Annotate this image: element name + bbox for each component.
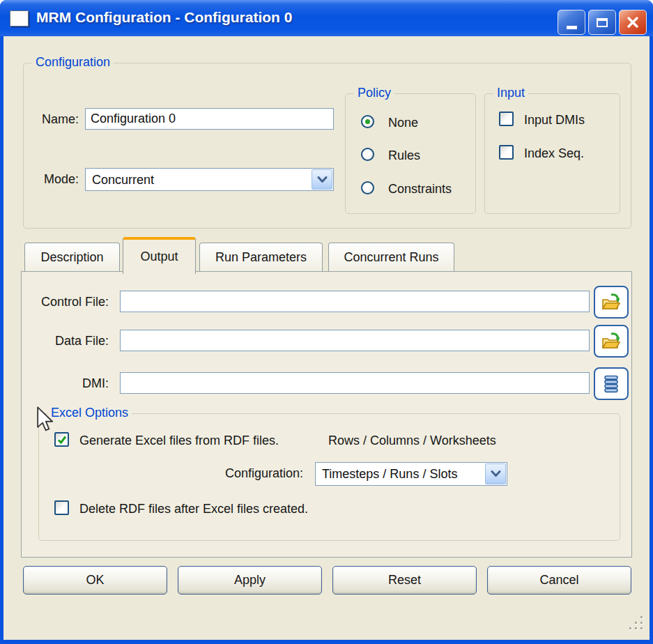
mode-select[interactable]: Concurrent — [85, 168, 334, 191]
policy-radio-rules-label[interactable]: Rules — [388, 148, 420, 163]
title-bar[interactable]: MRM Configuration - Configuration 0 — [0, 0, 653, 36]
name-input[interactable] — [85, 108, 334, 130]
cancel-button[interactable]: Cancel — [487, 566, 631, 595]
open-folder-icon — [601, 293, 622, 312]
dmi-input[interactable] — [120, 372, 590, 394]
dmi-browse-button[interactable] — [594, 367, 629, 400]
policy-group-label: Policy — [354, 86, 394, 100]
delete-rdf-label[interactable]: Delete RDF files after Excel files creat… — [79, 502, 308, 516]
mode-label: Mode: — [31, 172, 79, 187]
excel-options-label: Excel Options — [47, 406, 132, 420]
tab-concurrent-runs[interactable]: Concurrent Runs — [328, 243, 454, 272]
apply-button[interactable]: Apply — [178, 566, 322, 595]
tab-run-parameters-label: Run Parameters — [215, 250, 307, 265]
tab-output[interactable]: Output — [123, 237, 196, 274]
ok-button[interactable]: OK — [23, 566, 167, 595]
tab-description[interactable]: Description — [24, 243, 120, 272]
policy-radio-constraints-label[interactable]: Constraints — [388, 182, 452, 197]
delete-rdf-checkbox[interactable] — [54, 500, 69, 515]
minimize-icon — [567, 26, 577, 29]
tab-run-parameters[interactable]: Run Parameters — [199, 243, 323, 272]
chevron-down-icon — [317, 176, 328, 183]
database-icon — [603, 375, 620, 393]
reset-button[interactable]: Reset — [332, 566, 477, 595]
index-seq-label[interactable]: Index Seq. — [524, 146, 584, 161]
maximize-icon — [597, 18, 608, 27]
policy-radio-none[interactable] — [361, 115, 374, 128]
tab-description-label: Description — [40, 250, 103, 265]
excel-configuration-selected-value: Timesteps / Runs / Slots — [322, 467, 457, 482]
cursor-icon — [36, 406, 54, 433]
name-label: Name: — [31, 112, 79, 127]
window-icon — [10, 10, 29, 26]
policy-radio-constraints[interactable] — [361, 181, 374, 194]
excel-configuration-select[interactable]: Timesteps / Runs / Slots — [315, 462, 507, 486]
control-file-browse-button[interactable] — [594, 286, 629, 319]
resize-grip[interactable] — [629, 616, 643, 630]
control-file-input[interactable] — [120, 291, 590, 312]
control-file-label: Control File: — [26, 295, 109, 309]
policy-radio-rules[interactable] — [361, 148, 374, 161]
chevron-down-icon — [491, 470, 501, 477]
excel-configuration-label: Configuration: — [195, 466, 303, 481]
close-icon — [627, 16, 639, 29]
data-file-label: Data File: — [26, 334, 109, 348]
input-group-label: Input — [493, 86, 528, 100]
minimize-button[interactable] — [558, 10, 585, 35]
check-icon — [56, 434, 68, 445]
excel-configuration-dropdown-button[interactable] — [485, 463, 506, 484]
index-seq-checkbox[interactable] — [499, 145, 514, 160]
input-dmis-checkbox[interactable] — [499, 112, 514, 126]
generate-excel-checkbox[interactable] — [54, 432, 69, 447]
configuration-group-label: Configuration — [32, 55, 114, 70]
mode-selected-value: Concurrent — [92, 172, 154, 187]
data-file-input[interactable] — [120, 330, 590, 351]
generate-excel-label[interactable]: Generate Excel files from RDF files. — [79, 434, 279, 448]
tab-concurrent-runs-label: Concurrent Runs — [344, 250, 438, 265]
dmi-label: DMI: — [26, 376, 109, 391]
window-title: MRM Configuration - Configuration 0 — [36, 9, 292, 26]
data-file-browse-button[interactable] — [594, 325, 629, 358]
rows-columns-caption: Rows / Columns / Worksheets — [328, 434, 496, 448]
maximize-button[interactable] — [588, 10, 616, 35]
tab-output-label: Output — [140, 250, 178, 264]
policy-radio-none-label[interactable]: None — [388, 116, 418, 130]
radio-dot-icon — [365, 119, 370, 124]
open-folder-icon — [601, 332, 622, 351]
mode-dropdown-button[interactable] — [312, 169, 332, 190]
mrm-configuration-window: MRM Configuration - Configuration 0 Conf… — [0, 0, 653, 644]
input-dmis-label[interactable]: Input DMIs — [524, 113, 585, 128]
close-button[interactable] — [619, 10, 647, 35]
